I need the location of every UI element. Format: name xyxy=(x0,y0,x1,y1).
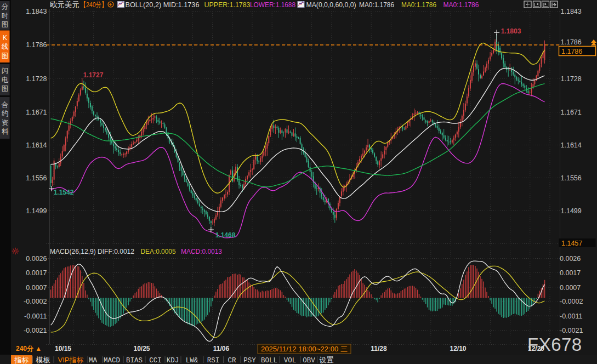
svg-text:1.1843: 1.1843 xyxy=(26,8,47,15)
svg-text:1.1843: 1.1843 xyxy=(561,8,582,15)
svg-text:设置: 设置 xyxy=(320,356,334,364)
svg-text:约: 约 xyxy=(2,110,9,117)
svg-text:-0.0021: -0.0021 xyxy=(24,327,47,334)
svg-text:1.1614: 1.1614 xyxy=(561,141,582,149)
svg-text:MACD:0.0013: MACD:0.0013 xyxy=(181,248,222,255)
svg-text:240分 ▲: 240分 ▲ xyxy=(16,345,42,352)
svg-text:分: 分 xyxy=(2,3,9,10)
svg-text:VOL: VOL xyxy=(284,357,297,364)
svg-text:电: 电 xyxy=(2,76,9,84)
svg-text:CCI: CCI xyxy=(149,357,162,364)
svg-text:-0.0011: -0.0011 xyxy=(24,312,47,320)
svg-text:1.1468: 1.1468 xyxy=(215,231,236,239)
svg-text:MA: MA xyxy=(89,357,98,364)
svg-text:12/20: 12/20 xyxy=(528,345,544,352)
svg-text:MA0:1.1786: MA0:1.1786 xyxy=(444,1,479,9)
svg-text:KDJ: KDJ xyxy=(167,357,179,364)
svg-text:12/10: 12/10 xyxy=(450,345,466,352)
svg-text:1.1728: 1.1728 xyxy=(26,75,47,83)
svg-text:1.1727: 1.1727 xyxy=(83,71,104,79)
svg-text:-0.0021: -0.0021 xyxy=(560,327,583,334)
svg-text:时: 时 xyxy=(2,12,9,20)
svg-text:1.1457: 1.1457 xyxy=(561,240,582,247)
svg-text:LOWER:1.1688: LOWER:1.1688 xyxy=(250,1,295,9)
svg-text:模板: 模板 xyxy=(36,356,50,364)
svg-text:1.1671: 1.1671 xyxy=(26,109,47,116)
svg-text:线: 线 xyxy=(2,43,9,50)
svg-text:图: 图 xyxy=(2,21,9,29)
svg-text:BOLL(20,2) MID:1.1736: BOLL(20,2) MID:1.1736 xyxy=(126,1,200,9)
svg-text:0.0017: 0.0017 xyxy=(26,269,47,277)
svg-text:MACD: MACD xyxy=(104,357,120,364)
svg-text:0.0017: 0.0017 xyxy=(560,269,581,277)
svg-text:10/15: 10/15 xyxy=(55,345,71,352)
svg-text:2025/11/12 18:00~22:00 三: 2025/11/12 18:00~22:00 三 xyxy=(261,345,348,353)
svg-text:11/28: 11/28 xyxy=(371,345,387,352)
svg-text:欧元美元: 欧元美元 xyxy=(50,1,79,9)
svg-text:图: 图 xyxy=(2,85,9,93)
svg-text:VIP指标: VIP指标 xyxy=(58,356,84,364)
svg-text:1.1556: 1.1556 xyxy=(561,174,582,182)
svg-text:资: 资 xyxy=(2,119,9,127)
svg-text:MA0:1.1786: MA0:1.1786 xyxy=(359,1,394,9)
svg-text:BOLL: BOLL xyxy=(261,357,277,364)
svg-text:-0.0002: -0.0002 xyxy=(560,298,583,305)
svg-text:1.1499: 1.1499 xyxy=(26,207,47,215)
svg-text:-0.0011: -0.0011 xyxy=(560,312,583,320)
svg-text:1.1786: 1.1786 xyxy=(26,41,47,49)
svg-text:0.0007: 0.0007 xyxy=(560,284,581,292)
svg-text:PSY: PSY xyxy=(243,357,256,364)
svg-text:0.0026: 0.0026 xyxy=(560,255,581,263)
svg-text:DEA:0.0005: DEA:0.0005 xyxy=(141,248,176,255)
svg-text:闪: 闪 xyxy=(2,67,9,75)
svg-text:UPPER:1.1783: UPPER:1.1783 xyxy=(204,1,251,9)
svg-text:MACD(26,12,9) DIFF:0.0012: MACD(26,12,9) DIFF:0.0012 xyxy=(50,248,134,255)
svg-text:1.1542: 1.1542 xyxy=(54,189,74,196)
svg-text:11/06: 11/06 xyxy=(213,345,230,352)
svg-text:RSI: RSI xyxy=(207,357,220,364)
svg-text:1.1499: 1.1499 xyxy=(561,207,582,215)
svg-text:LW&: LW& xyxy=(186,357,198,364)
svg-text:指标: 指标 xyxy=(14,356,29,364)
svg-text:图: 图 xyxy=(2,52,9,60)
svg-text:0.0026: 0.0026 xyxy=(26,255,47,263)
svg-text:1.1803: 1.1803 xyxy=(501,27,521,35)
svg-text:-0.0002: -0.0002 xyxy=(24,298,47,305)
svg-text:1.1786: 1.1786 xyxy=(561,38,582,46)
svg-text:1.1728: 1.1728 xyxy=(561,75,582,83)
svg-text:BIAS: BIAS xyxy=(126,357,143,364)
svg-text:OBV: OBV xyxy=(303,357,315,364)
svg-text:1.1556: 1.1556 xyxy=(26,174,47,182)
svg-text:CR: CR xyxy=(228,357,236,364)
svg-text:0.0007: 0.0007 xyxy=(26,284,47,292)
svg-text:10/25: 10/25 xyxy=(133,345,150,352)
svg-text:K: K xyxy=(3,34,8,42)
svg-text:1.1614: 1.1614 xyxy=(26,141,47,149)
svg-text:合: 合 xyxy=(1,101,9,109)
svg-text:1.1671: 1.1671 xyxy=(561,109,582,116)
svg-text:料: 料 xyxy=(2,128,9,135)
svg-text:【240分】: 【240分】 xyxy=(81,1,107,9)
svg-text:MA(0,0,0,60,0,0): MA(0,0,0,60,0,0) xyxy=(306,1,356,9)
svg-text:1.1786: 1.1786 xyxy=(561,48,582,55)
svg-text:MA0:1.1786: MA0:1.1786 xyxy=(401,1,436,9)
